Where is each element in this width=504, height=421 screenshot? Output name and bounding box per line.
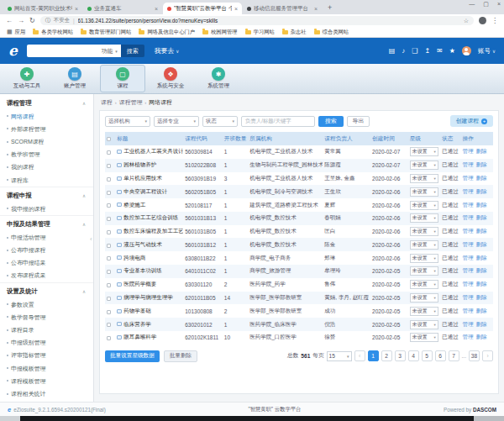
tab-close-icon[interactable]: ×: [155, 6, 158, 12]
forward-icon[interactable]: →: [18, 18, 24, 24]
toolbar-item-course[interactable]: ▢课程: [100, 65, 145, 92]
row-checkbox[interactable]: [107, 270, 111, 274]
star-level-select[interactable]: 未设置▾: [410, 240, 438, 250]
bookmark-folder[interactable]: 各类学校网站: [33, 29, 73, 36]
course-title-link[interactable]: 桥梁施工: [123, 202, 145, 208]
manage-link[interactable]: 管理: [462, 161, 473, 167]
sidebar-item[interactable]: 网络课程: [0, 110, 93, 123]
bookmark-folder[interactable]: 网络及信息中心门户: [139, 29, 195, 36]
manage-link[interactable]: 管理: [462, 175, 473, 181]
sidebar-item[interactable]: 申报级别管理: [0, 337, 93, 350]
row-checkbox[interactable]: [107, 164, 111, 168]
column-header[interactable]: 创建时间: [370, 132, 408, 145]
url-text[interactable]: 61.136.241.22/suite/person/personView.do…: [78, 18, 460, 24]
course-title-link[interactable]: 中央空调工程设计: [123, 188, 167, 194]
star-level-select[interactable]: 未设置▾: [410, 280, 438, 289]
row-checkbox[interactable]: [107, 323, 111, 327]
star-level-select[interactable]: 未设置▾: [410, 147, 438, 156]
sidebar-item[interactable]: 课程目录: [0, 324, 93, 336]
column-header[interactable]: 标题: [115, 132, 183, 145]
course-title-link[interactable]: 数控加工工艺综合训练: [123, 214, 178, 220]
manage-link[interactable]: 管理: [462, 188, 473, 194]
manage-link[interactable]: 管理: [462, 334, 473, 339]
sidebar-section-title[interactable]: 设置及统计∧: [0, 282, 93, 298]
sidebar-item[interactable]: 课程模板管理: [0, 375, 93, 387]
account-menu[interactable]: 账号 ∨: [478, 47, 496, 55]
sidebar-item[interactable]: 教学督导管理: [0, 311, 93, 324]
manage-link[interactable]: 管理: [462, 241, 473, 247]
row-checkbox[interactable]: [107, 256, 111, 260]
breadcrumb-item[interactable]: 课程管理: [119, 98, 143, 107]
star-level-select[interactable]: 未设置▾: [410, 201, 438, 210]
sidebar-item[interactable]: 申报模板管理: [0, 362, 93, 375]
manage-link[interactable]: 管理: [462, 148, 473, 154]
tab-close-icon[interactable]: ×: [75, 6, 78, 12]
sidebar-item[interactable]: 课程库: [0, 174, 93, 187]
new-tab-button[interactable]: +: [328, 3, 332, 13]
create-course-button[interactable]: 创建课程 +: [450, 115, 493, 127]
delete-link[interactable]: 删除: [475, 255, 486, 260]
bookmark-folder[interactable]: 学习网站: [245, 29, 275, 36]
address-bar[interactable]: ⓘ 不安全 | 61.136.241.22/suite/person/perso…: [40, 16, 474, 25]
browser-tab[interactable]: 网站首页-黄冈职业技术学院×: [3, 3, 82, 14]
browser-menu-icon[interactable]: ⋮: [491, 17, 498, 24]
sidebar-item[interactable]: 参数设置: [0, 298, 93, 311]
row-checkbox[interactable]: [107, 217, 111, 221]
delete-link[interactable]: 删除: [475, 294, 486, 300]
delete-link[interactable]: 删除: [475, 214, 486, 220]
star-level-select[interactable]: 未设置▾: [410, 174, 438, 183]
star-level-select[interactable]: 未设置▾: [410, 254, 438, 263]
toolbar-item-account[interactable]: ▤账户管理: [52, 65, 97, 92]
browser-tab[interactable]: 业务直通车×: [83, 3, 162, 14]
delete-link[interactable]: 删除: [475, 281, 486, 287]
star-level-select[interactable]: 未设置▾: [410, 333, 438, 342]
batch-delete-button[interactable]: 批量删除: [164, 350, 197, 362]
row-checkbox[interactable]: [107, 150, 111, 155]
course-title-link[interactable]: 液压与气动技术: [123, 241, 162, 247]
delete-link[interactable]: 删除: [475, 308, 486, 313]
column-header[interactable]: 课程负责人: [323, 132, 370, 145]
delete-link[interactable]: 删除: [475, 321, 486, 327]
delete-link[interactable]: 删除: [475, 202, 486, 208]
last-page-button[interactable]: 38: [469, 350, 480, 361]
sidebar-item[interactable]: 教学班管理: [0, 149, 93, 161]
bookmark-folder[interactable]: 校园网管理: [202, 29, 237, 36]
next-page-button[interactable]: ›: [482, 350, 493, 361]
page-button[interactable]: 6: [435, 350, 446, 361]
user-avatar[interactable]: [462, 46, 471, 55]
export-button[interactable]: 导出: [347, 116, 370, 127]
row-checkbox[interactable]: [107, 336, 111, 340]
toolbar-item-tools[interactable]: ✚互动与工具: [4, 65, 50, 92]
delete-link[interactable]: 删除: [475, 228, 486, 234]
row-checkbox[interactable]: [107, 283, 111, 287]
star-level-select[interactable]: 未设置▾: [410, 213, 438, 223]
sound-icon[interactable]: ♪: [402, 48, 405, 55]
reload-icon[interactable]: ↻: [29, 18, 35, 24]
page-button[interactable]: 4: [408, 350, 419, 361]
bookmark-star-icon[interactable]: ☆: [464, 18, 469, 24]
course-title-link[interactable]: 跨境电商: [123, 255, 145, 260]
bookmark-folder[interactable]: 教育管理部门网站: [81, 29, 131, 36]
sidebar-collapse-icon[interactable]: ‹: [90, 235, 92, 243]
toolbar-item-system[interactable]: ✱系统管理: [196, 65, 241, 92]
star-level-select[interactable]: 未设置▾: [410, 266, 438, 276]
course-title-link[interactable]: 药物学基础: [123, 308, 151, 313]
course-title-link[interactable]: 单片机应用技术: [123, 175, 162, 181]
column-header[interactable]: 操作: [460, 132, 493, 145]
page-button[interactable]: 2: [381, 350, 392, 361]
apps-button[interactable]: ▦ 应用: [7, 29, 25, 36]
column-header[interactable]: 星级: [408, 132, 441, 145]
sidebar-item[interactable]: 我申报的课程: [0, 203, 93, 215]
star-level-select[interactable]: 未设置▾: [410, 320, 438, 329]
star-level-select[interactable]: 未设置▾: [410, 307, 438, 316]
maximize-button[interactable]: ▢: [483, 1, 489, 8]
header-search-button[interactable]: 搜索: [121, 45, 144, 57]
per-page-select[interactable]: 15 ▾: [327, 351, 352, 361]
course-title-link[interactable]: 医院药学概要: [123, 281, 156, 287]
row-checkbox[interactable]: [107, 177, 111, 182]
major-select[interactable]: 选择专业 ▾: [154, 116, 199, 127]
manage-link[interactable]: 管理: [462, 281, 473, 287]
delete-link[interactable]: 删除: [475, 334, 486, 339]
sidebar-section-title[interactable]: 申报及结果管理∧: [0, 215, 93, 231]
row-checkbox[interactable]: [107, 310, 111, 314]
